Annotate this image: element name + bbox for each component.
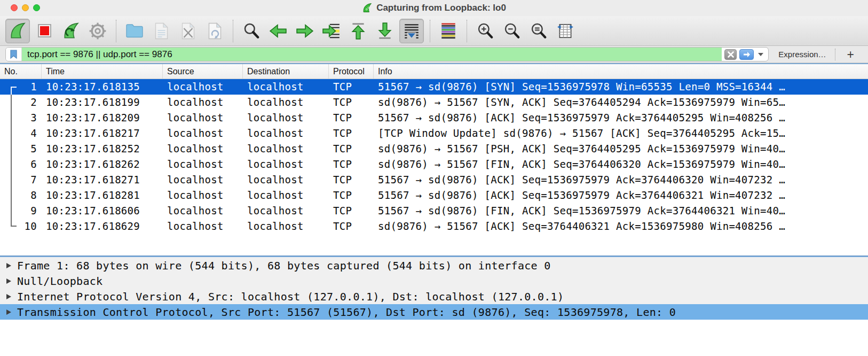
packet-row[interactable]: 6 10:23:17.618262 localhost localhost TC… <box>0 157 868 172</box>
packet-row[interactable]: 1 10:23:17.618135 localhost localhost TC… <box>0 79 868 95</box>
display-filter-field <box>5 47 769 61</box>
filter-clear-button[interactable] <box>724 49 737 60</box>
add-filter-button[interactable]: + <box>847 49 854 60</box>
packet-row[interactable]: 4 10:23:17.618217 localhost localhost TC… <box>0 126 868 141</box>
cell-destination: localhost <box>243 141 329 157</box>
display-filter-input[interactable] <box>22 48 722 61</box>
cell-source: localhost <box>163 188 243 203</box>
filter-history-dropdown[interactable] <box>758 53 763 56</box>
cell-time: 10:23:17.618209 <box>42 110 163 126</box>
stop-capture-button[interactable] <box>32 19 57 43</box>
cell-info: 51567 → sd(9876) [ACK] Seq=1536975979 Ac… <box>374 172 868 188</box>
cell-time: 10:23:17.618271 <box>42 172 163 188</box>
cell-protocol: TCP <box>329 110 374 126</box>
stop-icon <box>38 24 51 37</box>
cell-protocol: TCP <box>329 203 374 219</box>
cell-time: 10:23:17.618199 <box>42 95 163 110</box>
column-header-no[interactable]: No. <box>0 64 42 79</box>
cell-no: 1 <box>0 79 42 95</box>
cell-info: 51567 → sd(9876) [ACK] Seq=1536975979 Ac… <box>374 188 868 203</box>
column-header-info[interactable]: Info <box>374 64 868 79</box>
conversation-bracket-top <box>11 87 17 95</box>
clear-x-icon <box>728 51 734 58</box>
go-forward-button[interactable] <box>293 19 317 43</box>
auto-scroll-button[interactable] <box>399 19 424 43</box>
zoom-original-button[interactable] <box>526 19 551 43</box>
column-header-destination[interactable]: Destination <box>243 64 329 79</box>
packet-row[interactable]: 8 10:23:17.618281 localhost localhost TC… <box>0 188 868 203</box>
expression-button[interactable]: Expression… <box>778 50 826 59</box>
reload-file-button[interactable] <box>202 19 227 43</box>
detail-row-label: Frame 1: 68 bytes on wire (544 bits), 68… <box>17 259 551 272</box>
expand-triangle-icon[interactable] <box>6 294 11 299</box>
cell-protocol: TCP <box>329 141 374 157</box>
arrow-up-bar-icon <box>349 22 367 40</box>
close-file-icon <box>181 22 195 40</box>
cell-destination: localhost <box>243 95 329 110</box>
resize-columns-button[interactable] <box>553 19 578 43</box>
detail-row-tcp[interactable]: Transmission Control Protocol, Src Port:… <box>0 304 868 320</box>
save-file-button[interactable] <box>149 19 173 43</box>
cell-source: localhost <box>163 157 243 172</box>
packet-row[interactable]: 3 10:23:17.618209 localhost localhost TC… <box>0 110 868 126</box>
cell-source: localhost <box>163 172 243 188</box>
detail-row-frame[interactable]: Frame 1: 68 bytes on wire (544 bits), 68… <box>0 258 868 273</box>
cell-destination: localhost <box>243 126 329 141</box>
toolbar-separator <box>116 20 116 42</box>
cell-source: localhost <box>163 110 243 126</box>
window-title: Capturing from Loopback: lo0 <box>376 3 506 13</box>
wireshark-fin-icon <box>362 3 373 13</box>
window-title-group: Capturing from Loopback: lo0 <box>0 0 868 16</box>
restart-capture-icon <box>62 22 80 40</box>
filter-apply-button[interactable] <box>739 49 754 60</box>
zoom-in-button[interactable] <box>473 19 498 43</box>
detail-row-ip[interactable]: Internet Protocol Version 4, Src: localh… <box>0 289 868 304</box>
search-icon <box>242 22 261 40</box>
packet-list-pane: No. Time Source Destination Protocol Inf… <box>0 63 868 255</box>
zoom-out-button[interactable] <box>500 19 524 43</box>
bookmark-icon <box>10 50 17 59</box>
cell-info: sd(9876) → 51567 [PSH, ACK] Seq=37644052… <box>374 141 868 157</box>
column-header-source[interactable]: Source <box>163 64 243 79</box>
column-header-protocol[interactable]: Protocol <box>329 64 374 79</box>
detail-row-label: Null/Loopback <box>17 275 102 288</box>
cell-protocol: TCP <box>329 172 374 188</box>
column-header-time[interactable]: Time <box>42 64 163 79</box>
packet-row[interactable]: 7 10:23:17.618271 localhost localhost TC… <box>0 172 868 188</box>
packet-row[interactable]: 9 10:23:17.618606 localhost localhost TC… <box>0 203 868 219</box>
packet-list-header: No. Time Source Destination Protocol Inf… <box>0 64 868 79</box>
cell-no: 10 <box>0 219 42 234</box>
close-file-button[interactable] <box>176 19 200 43</box>
folder-icon <box>125 24 144 38</box>
cell-info: sd(9876) → 51567 [ACK] Seq=3764406321 Ac… <box>374 219 868 234</box>
start-capture-button[interactable] <box>5 19 30 43</box>
filter-bookmark-button[interactable] <box>6 48 22 61</box>
packet-row[interactable]: 10 10:23:17.618629 localhost localhost T… <box>0 219 868 234</box>
open-file-button[interactable] <box>122 19 147 43</box>
go-first-packet-button[interactable] <box>346 19 370 43</box>
detail-row-linktype[interactable]: Null/Loopback <box>0 273 868 289</box>
expand-triangle-icon[interactable] <box>6 309 11 315</box>
cell-destination: localhost <box>243 79 329 95</box>
arrow-left-icon <box>269 22 287 40</box>
title-bar: Capturing from Loopback: lo0 <box>0 0 868 16</box>
restart-capture-button[interactable] <box>59 19 83 43</box>
resize-columns-icon <box>556 22 574 40</box>
cell-no: 6 <box>0 157 42 172</box>
cell-destination: localhost <box>243 110 329 126</box>
colorize-packets-button[interactable] <box>436 19 461 43</box>
go-last-packet-button[interactable] <box>373 19 397 43</box>
expand-triangle-icon[interactable] <box>6 263 11 268</box>
packet-row[interactable]: 5 10:23:17.618252 localhost localhost TC… <box>0 141 868 157</box>
cell-time: 10:23:17.618281 <box>42 188 163 203</box>
go-to-packet-button[interactable] <box>319 19 344 43</box>
packet-row[interactable]: 2 10:23:17.618199 localhost localhost TC… <box>0 95 868 110</box>
go-back-button[interactable] <box>266 19 290 43</box>
find-packet-button[interactable] <box>239 19 264 43</box>
expand-triangle-icon[interactable] <box>6 278 11 284</box>
cell-protocol: TCP <box>329 79 374 95</box>
save-file-icon <box>154 22 169 40</box>
capture-options-button[interactable] <box>85 19 110 43</box>
toolbar-separator <box>430 20 430 42</box>
cell-destination: localhost <box>243 203 329 219</box>
